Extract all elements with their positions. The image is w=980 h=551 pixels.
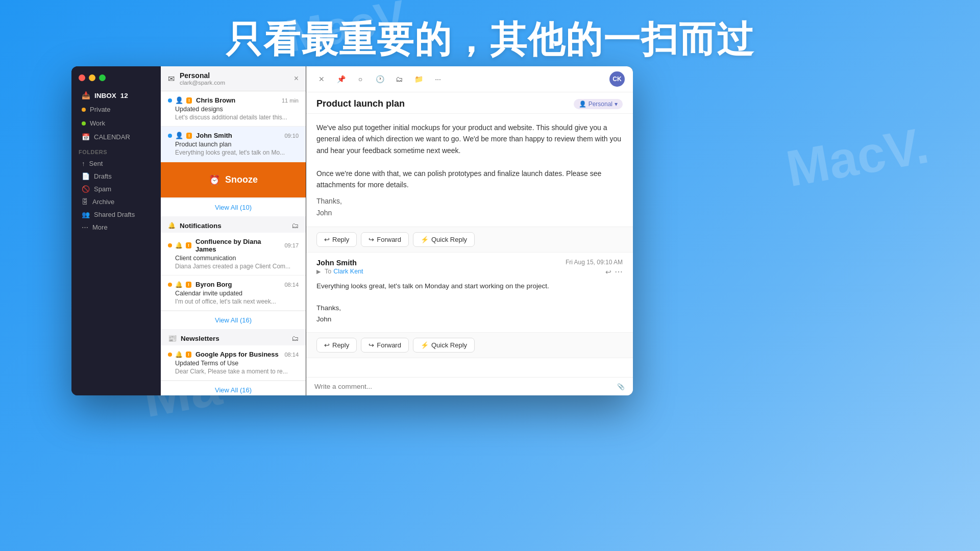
archive-icon: 🗄 bbox=[82, 198, 88, 206]
sender-byron: Byron Borg bbox=[195, 281, 281, 288]
view-all-notifications[interactable]: View All (16) bbox=[161, 311, 306, 329]
sidebar-item-work[interactable]: Work bbox=[75, 117, 158, 130]
expand-arrow-icon: ▶ bbox=[316, 268, 321, 275]
archive-toolbar-button[interactable]: 🗂 bbox=[392, 72, 406, 86]
forward-icon-second: ↪ bbox=[369, 341, 374, 349]
sidebar-item-private[interactable]: Private bbox=[75, 103, 158, 116]
action-bar-first: ↩ Reply ↪ Forward ⚡ Quick Reply bbox=[306, 227, 633, 253]
close-dropdown-button[interactable]: × bbox=[294, 74, 299, 83]
email-body-first: We've also put together initial mockups … bbox=[306, 114, 633, 227]
traffic-lights bbox=[71, 74, 161, 88]
folder-toolbar-button[interactable]: 📁 bbox=[411, 72, 426, 86]
sidebar-item-calendar[interactable]: 📅 CALENDAR bbox=[75, 131, 158, 143]
view-all-newsletters[interactable]: View All (16) bbox=[161, 381, 306, 395]
snooze-label: Snooze bbox=[225, 174, 258, 185]
shared-drafts-icon: 👥 bbox=[82, 211, 90, 218]
attach-icon[interactable]: 📎 bbox=[617, 383, 625, 390]
time-john: 09:10 bbox=[284, 133, 299, 139]
reply-button-first[interactable]: ↩ Reply bbox=[316, 232, 357, 247]
notif-bell-confluence: 🔔 bbox=[175, 242, 183, 249]
more-toolbar-button[interactable]: ··· bbox=[431, 72, 445, 86]
person-tag-icon: 👤 bbox=[579, 101, 586, 108]
sender-john: John Smith bbox=[196, 132, 281, 139]
quick-reply-button-second[interactable]: ⚡ Quick Reply bbox=[413, 338, 475, 353]
sidebar-item-archive[interactable]: 🗄 Archive bbox=[75, 196, 158, 208]
notif-bell-google: 🔔 bbox=[175, 351, 183, 358]
page-headline: 只看最重要的，其他的一扫而过 bbox=[226, 15, 754, 64]
sidebar-item-private-label: Private bbox=[90, 106, 110, 113]
notifications-header: 🔔 Notifications 🗂 bbox=[161, 216, 306, 233]
view-all-personal[interactable]: View All (10) bbox=[161, 198, 306, 216]
circle-toolbar-button[interactable]: ○ bbox=[353, 72, 368, 86]
sidebar: 📥 INBOX 12 Private Work 📅 CALENDAR Folde… bbox=[71, 66, 161, 395]
account-header: ✉ Personal clark@spark.com × bbox=[161, 66, 306, 91]
sender-google: Google Apps for Business bbox=[195, 350, 281, 358]
sidebar-item-inbox[interactable]: 📥 INBOX 12 bbox=[75, 89, 158, 102]
second-email-time: Fri Aug 15, 09:10 AM bbox=[566, 259, 623, 266]
account-email: clark@spark.com bbox=[180, 80, 225, 86]
calendar-label: CALENDAR bbox=[94, 133, 130, 141]
sidebar-item-shared-drafts[interactable]: 👥 Shared Drafts bbox=[75, 209, 158, 220]
preview-john: Everything looks great, let's talk on Mo… bbox=[168, 149, 299, 156]
newsletter-google[interactable]: 🔔 ! Google Apps for Business 08:14 Updat… bbox=[161, 345, 306, 381]
spam-label: Spam bbox=[94, 185, 111, 193]
quick-reply-button-first[interactable]: ⚡ Quick Reply bbox=[413, 232, 475, 247]
second-email-header: John Smith ▶ To Clark Kent Fri Aug 15, 0… bbox=[316, 259, 623, 277]
second-email-sig2: John bbox=[316, 314, 623, 325]
forward-button-second[interactable]: ↪ Forward bbox=[361, 338, 409, 353]
close-detail-button[interactable]: ✕ bbox=[314, 72, 329, 86]
email-detail-panel: ✕ 📌 ○ 🕐 🗂 📁 ··· CK Product launch plan 👤… bbox=[306, 66, 633, 395]
person-icon-chris: 👤 bbox=[175, 96, 183, 104]
subject-byron: Calendar invite updated bbox=[168, 290, 299, 297]
email-item-chris-brown[interactable]: 👤 ! Chris Brown 11 min Updated designs L… bbox=[161, 91, 306, 127]
more-icon: ⋯ bbox=[82, 223, 88, 231]
sidebar-item-more[interactable]: ⋯ More bbox=[75, 221, 158, 233]
email-subject-title: Product launch plan bbox=[316, 98, 405, 109]
second-email-to[interactable]: Clark Kent bbox=[333, 268, 363, 275]
snooze-button[interactable]: ⏰ Snooze bbox=[161, 162, 306, 197]
more-label: More bbox=[92, 223, 108, 231]
newsletters-title: Newsletters bbox=[181, 335, 219, 342]
sidebar-item-sent[interactable]: ↑ Sent bbox=[75, 158, 158, 169]
app-window: 📥 INBOX 12 Private Work 📅 CALENDAR Folde… bbox=[71, 66, 633, 395]
notifications-archive-icon[interactable]: 🗂 bbox=[291, 221, 299, 230]
minimize-traffic-light[interactable] bbox=[89, 74, 95, 81]
reply-button-second[interactable]: ↩ Reply bbox=[316, 338, 357, 353]
preview-chris: Let's discuss additional details later t… bbox=[168, 114, 299, 121]
email-body-para1: We've also put together initial mockups … bbox=[316, 122, 623, 156]
time-google: 08:14 bbox=[284, 352, 299, 358]
forward-button-first[interactable]: ↪ Forward bbox=[361, 232, 409, 247]
email-list-panel: ✉ Personal clark@spark.com × 👤 ! Chris B… bbox=[161, 66, 306, 395]
newsletters-archive-icon[interactable]: 🗂 bbox=[291, 334, 299, 342]
quick-reply-icon-first: ⚡ bbox=[421, 236, 429, 243]
sidebar-item-drafts[interactable]: 📄 Drafts bbox=[75, 170, 158, 182]
email-item-john-smith[interactable]: 👤 ! John Smith 09:10 Product launch plan… bbox=[161, 127, 306, 162]
reply-small-icon[interactable]: ↩ bbox=[605, 268, 611, 276]
email-subject-row: Product launch plan 👤 Personal ▾ bbox=[306, 92, 633, 114]
time-confluence: 09:17 bbox=[284, 242, 299, 248]
notif-bell-byron: 🔔 bbox=[175, 281, 183, 288]
preview-confluence: Diana James created a page Client Com... bbox=[168, 263, 299, 270]
comment-input[interactable] bbox=[314, 383, 612, 390]
notification-byron[interactable]: 🔔 ! Byron Borg 08:14 Calendar invite upd… bbox=[161, 276, 306, 311]
second-email: John Smith ▶ To Clark Kent Fri Aug 15, 0… bbox=[306, 253, 633, 332]
clock-toolbar-button[interactable]: 🕐 bbox=[373, 72, 387, 86]
email-tag[interactable]: 👤 Personal ▾ bbox=[574, 99, 623, 109]
subject-chris: Updated designs bbox=[168, 106, 299, 113]
sidebar-item-spam[interactable]: 🚫 Spam bbox=[75, 183, 158, 195]
unread-dot-confluence bbox=[168, 243, 172, 247]
pin-toolbar-button[interactable]: 📌 bbox=[334, 72, 348, 86]
notification-confluence[interactable]: 🔔 ! Confluence by Diana James 09:17 Clie… bbox=[161, 233, 306, 276]
maximize-traffic-light[interactable] bbox=[99, 74, 106, 81]
second-email-sender: John Smith bbox=[316, 259, 363, 267]
reply-icon-first: ↩ bbox=[324, 236, 330, 243]
more-small-icon[interactable]: ⋯ bbox=[615, 267, 623, 277]
close-traffic-light[interactable] bbox=[79, 74, 85, 81]
email-item-steve-brown[interactable]: 👤 ! Steve Brown Accounting details Here … bbox=[161, 162, 306, 198]
to-label: To bbox=[325, 268, 331, 275]
quick-reply-icon-second: ⚡ bbox=[421, 341, 429, 349]
reply-icon-second: ↩ bbox=[324, 341, 330, 349]
inbox-badge: 12 bbox=[120, 92, 128, 99]
inbox-label: INBOX bbox=[94, 92, 116, 99]
unread-dot-byron bbox=[168, 283, 172, 287]
